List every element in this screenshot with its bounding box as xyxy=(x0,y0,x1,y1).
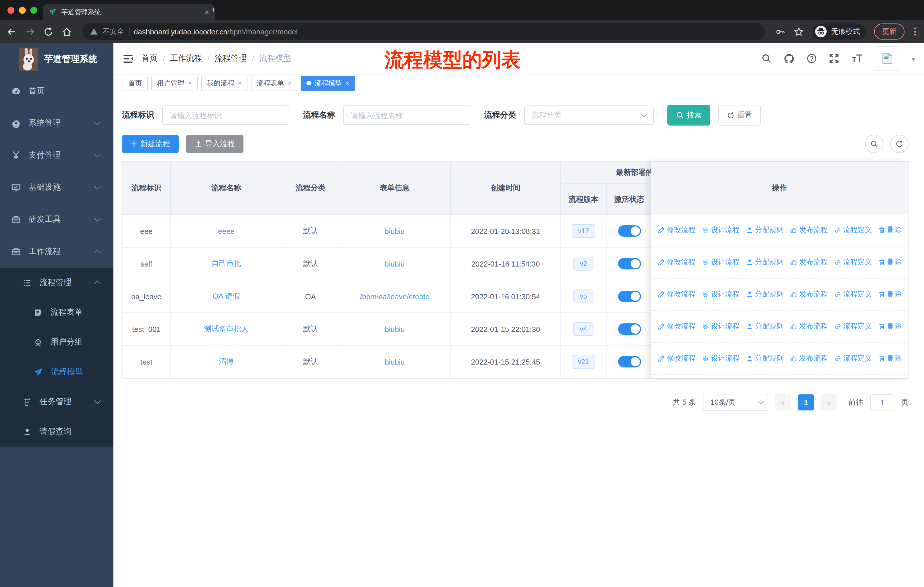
window-controls[interactable] xyxy=(7,7,37,14)
filter-key-input[interactable] xyxy=(162,106,289,125)
fullscreen-icon[interactable] xyxy=(829,53,840,64)
version-badge[interactable]: v2 xyxy=(573,257,593,271)
breadcrumb-home[interactable]: 首页 xyxy=(142,53,158,64)
page-size-select[interactable]: 10条/页 xyxy=(703,394,768,411)
version-badge[interactable]: v4 xyxy=(573,322,593,336)
help-icon[interactable] xyxy=(807,53,817,64)
sidebar-item-infra[interactable]: 基础设施 xyxy=(0,171,114,203)
publish-process-link[interactable]: 发布流程 xyxy=(790,257,828,267)
incognito-badge[interactable]: 无痕模式 xyxy=(812,23,866,40)
cell-name-link[interactable]: 测试多审批人 xyxy=(171,313,282,345)
process-definition-link[interactable]: 流程定义 xyxy=(834,354,872,364)
publish-process-link[interactable]: 发布流程 xyxy=(790,289,828,299)
filter-name-input[interactable] xyxy=(343,106,470,125)
browser-menu-icon[interactable] xyxy=(913,28,917,36)
sidebar-item-process-manage[interactable]: 流程管理 xyxy=(0,268,114,298)
sidebar-item-system[interactable]: 系统管理 xyxy=(0,107,114,139)
url-path[interactable]: /bpm/manager/model xyxy=(228,28,298,36)
search-icon[interactable] xyxy=(762,53,772,64)
design-process-link[interactable]: 设计流程 xyxy=(702,354,739,364)
active-toggle[interactable] xyxy=(618,225,641,237)
cell-form-link[interactable]: biubiu xyxy=(339,346,451,378)
font-size-icon[interactable] xyxy=(851,54,863,63)
forward-icon[interactable] xyxy=(25,26,35,36)
assign-rule-link[interactable]: 分配规则 xyxy=(746,225,784,235)
minimize-window-button[interactable] xyxy=(19,7,26,14)
design-process-link[interactable]: 设计流程 xyxy=(702,225,739,235)
version-badge[interactable]: v5 xyxy=(573,289,593,303)
tag-close-icon[interactable] xyxy=(345,79,350,87)
github-icon[interactable] xyxy=(784,53,795,64)
cell-name-link[interactable]: 滔博 xyxy=(171,346,282,378)
create-process-button[interactable]: 新建流程 xyxy=(122,135,179,153)
tag-close-icon[interactable] xyxy=(287,79,292,87)
cell-form-link[interactable]: biubiu xyxy=(339,215,451,247)
tag-process-form[interactable]: 流程表单 xyxy=(251,75,297,91)
sidebar-item-user-group[interactable]: 用户分组 xyxy=(0,327,114,357)
tag-close-icon[interactable] xyxy=(238,79,242,87)
sidebar-item-home[interactable]: 首页 xyxy=(0,75,114,107)
assign-rule-link[interactable]: 分配规则 xyxy=(746,354,784,364)
edit-process-link[interactable]: 修改流程 xyxy=(658,225,695,235)
avatar-caret-icon[interactable] xyxy=(912,53,915,64)
active-toggle[interactable] xyxy=(618,258,641,270)
cell-form-link[interactable]: biubiu xyxy=(339,313,451,345)
design-process-link[interactable]: 设计流程 xyxy=(702,289,739,299)
sidebar-item-process-model[interactable]: 流程模型 xyxy=(0,357,114,387)
collapse-sidebar-icon[interactable] xyxy=(122,53,134,64)
version-badge[interactable]: v17 xyxy=(572,224,596,238)
tag-close-icon[interactable] xyxy=(188,79,192,87)
process-definition-link[interactable]: 流程定义 xyxy=(834,289,872,299)
cell-form-link[interactable]: biubiu xyxy=(339,248,451,280)
publish-process-link[interactable]: 发布流程 xyxy=(790,322,828,331)
publish-process-link[interactable]: 发布流程 xyxy=(790,225,828,235)
cell-form-link[interactable]: /bpm/oa/leave/create xyxy=(339,280,451,313)
publish-process-link[interactable]: 发布流程 xyxy=(790,354,828,364)
delete-link[interactable]: 删除 xyxy=(878,225,902,235)
password-key-icon[interactable] xyxy=(776,26,785,36)
close-window-button[interactable] xyxy=(7,7,14,14)
new-tab-button[interactable] xyxy=(211,5,216,16)
edit-process-link[interactable]: 修改流程 xyxy=(658,289,695,299)
process-definition-link[interactable]: 流程定义 xyxy=(834,225,872,235)
version-badge[interactable]: v21 xyxy=(572,355,596,369)
delete-link[interactable]: 删除 xyxy=(878,289,902,299)
bookmark-star-icon[interactable] xyxy=(794,26,804,36)
browser-tab[interactable]: 芋道管理系统 xyxy=(43,4,215,20)
home-icon[interactable] xyxy=(62,26,72,36)
edit-process-link[interactable]: 修改流程 xyxy=(658,354,695,364)
edit-process-link[interactable]: 修改流程 xyxy=(658,322,695,331)
sidebar-item-leave-query[interactable]: 请假查询 xyxy=(0,417,114,446)
zoom-window-button[interactable] xyxy=(30,7,37,14)
tab-close-icon[interactable] xyxy=(205,7,209,17)
app-logo[interactable]: 芋道管理系统 xyxy=(0,43,114,75)
address-bar[interactable]: 不安全 dashboard.yudao.iocoder.cn/bpm/manag… xyxy=(82,23,765,40)
refresh-table-button[interactable] xyxy=(890,135,909,153)
filter-category-select[interactable]: 流程分类 xyxy=(524,106,653,125)
process-definition-link[interactable]: 流程定义 xyxy=(834,322,872,331)
sidebar-item-pay[interactable]: 支付管理 xyxy=(0,139,114,171)
tag-home[interactable]: 首页 xyxy=(122,75,148,91)
reset-button[interactable]: 重置 xyxy=(718,105,761,126)
page-1-button[interactable]: 1 xyxy=(798,394,814,410)
avatar[interactable] xyxy=(875,46,900,71)
goto-page-input[interactable] xyxy=(870,394,894,410)
sidebar-item-workflow[interactable]: 工作流程 xyxy=(0,236,114,268)
not-secure-warning-icon[interactable] xyxy=(90,28,98,36)
next-page-button[interactable] xyxy=(821,394,837,410)
reload-icon[interactable] xyxy=(43,26,53,36)
import-process-button[interactable]: 导入流程 xyxy=(186,135,243,153)
breadcrumb-process-manage[interactable]: 流程管理 xyxy=(215,53,247,64)
design-process-link[interactable]: 设计流程 xyxy=(702,322,739,331)
show-search-button[interactable] xyxy=(865,135,883,153)
assign-rule-link[interactable]: 分配规则 xyxy=(746,257,784,267)
delete-link[interactable]: 删除 xyxy=(878,322,902,331)
back-icon[interactable] xyxy=(7,26,16,36)
breadcrumb-workflow[interactable]: 工作流程 xyxy=(170,53,202,64)
not-secure-label[interactable]: 不安全 xyxy=(102,26,124,36)
prev-page-button[interactable] xyxy=(775,394,791,410)
sidebar-item-process-form[interactable]: 流程表单 xyxy=(0,298,114,327)
assign-rule-link[interactable]: 分配规则 xyxy=(746,289,784,299)
sidebar-item-task-manage[interactable]: 任务管理 xyxy=(0,387,114,417)
sidebar-item-devtools[interactable]: 研发工具 xyxy=(0,203,114,236)
